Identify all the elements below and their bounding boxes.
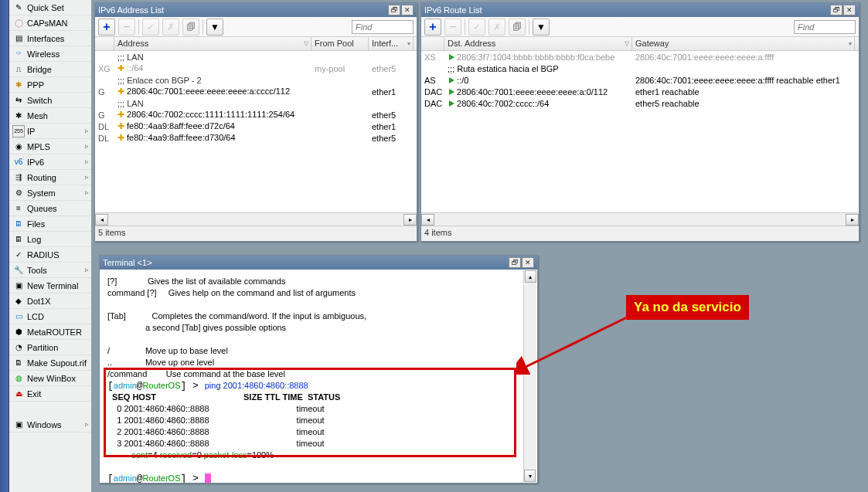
comment-button[interactable]: 🗐 — [182, 19, 199, 36]
table-row[interactable]: G✚ 2806:40c:7002:cccc:1111:1111:1111:254… — [95, 109, 417, 120]
window-close-button[interactable]: ✕ — [843, 5, 856, 15]
enable-button[interactable]: ✓ — [468, 19, 485, 36]
menu-windows[interactable]: ▣Windows▹ — [9, 417, 91, 433]
scroll-left-button[interactable]: ◂ — [95, 214, 108, 226]
menu-interfaces[interactable]: ▤Interfaces — [9, 31, 91, 46]
ipv6-address-window: IPv6 Address List 🗗 ✕ + − ✓ ✗ 🗐 ▼ Addres… — [94, 2, 417, 242]
menu-routing[interactable]: ⇶Routing▹ — [9, 170, 91, 185]
col-flags[interactable] — [421, 37, 444, 50]
menu-exit[interactable]: ⏏Exit — [9, 386, 91, 402]
scroll-up-button[interactable]: ▴ — [525, 270, 536, 283]
disable-button[interactable]: ✗ — [488, 19, 505, 36]
menu-system[interactable]: ⚙System▹ — [9, 185, 91, 201]
menu-ipv6[interactable]: v6IPv6▹ — [9, 154, 91, 170]
filter-button[interactable]: ▼ — [533, 19, 550, 36]
table-row[interactable]: G✚ 2806:40c:7001:eeee:eeee:eeee:a:cccc/1… — [95, 86, 417, 97]
col-gateway[interactable]: Gateway▾ — [632, 37, 855, 50]
menu-new-winbox[interactable]: ◍New WinBox — [9, 371, 91, 386]
table-row[interactable]: XG✚ ::/64my-poolether5 — [95, 63, 417, 74]
menu-supout[interactable]: 🗎Make Supout.rif — [9, 355, 91, 371]
menu-label: PPP — [27, 80, 44, 90]
menu-metarouter[interactable]: ⬢MetaROUTER — [9, 324, 91, 340]
status-bar: 4 items — [421, 226, 859, 239]
menu-ppp[interactable]: ✱PPP — [9, 77, 91, 93]
chevron-right-icon: ▹ — [85, 266, 89, 273]
menu-label: Files — [27, 219, 45, 229]
col-dst[interactable]: Dst. Address▽ — [444, 37, 632, 50]
vscrollbar[interactable]: ▴ ▾ — [523, 270, 536, 482]
menu-bridge[interactable]: ⎍Bridge — [9, 62, 91, 77]
col-frompool[interactable]: From Pool — [311, 37, 369, 50]
add-button[interactable]: + — [424, 19, 441, 36]
menu-switch[interactable]: ⇆Switch — [9, 93, 91, 108]
col-interface[interactable]: Interf...▾ — [369, 37, 414, 50]
log-icon: 🗏 — [12, 233, 25, 246]
menu-new-terminal[interactable]: ▣New Terminal — [9, 278, 91, 294]
col-address[interactable]: Address▽ — [114, 37, 311, 50]
scroll-down-button[interactable]: ▾ — [524, 470, 536, 482]
window-close-button[interactable]: ✕ — [522, 257, 534, 268]
table-row[interactable]: XS 2806:3f7:1004:bbbb:bbbb:bbbb:f0ca:beb… — [421, 51, 859, 63]
table-row[interactable]: DAC 2806:40c:7002:cccc::/64ether5 reacha… — [421, 97, 859, 109]
window-restore-button[interactable]: 🗗 — [830, 5, 842, 15]
menu-tools[interactable]: 🔧Tools▹ — [9, 263, 91, 278]
find-input[interactable] — [794, 20, 856, 34]
sidebar: ✎Quick Set ◯CAPsMAN ▤Interfaces ⌔Wireles… — [0, 0, 92, 492]
queues-icon: ≡ — [12, 202, 25, 215]
table-row[interactable]: ;;; LAN — [95, 51, 417, 63]
menu-quickset[interactable]: ✎Quick Set — [9, 0, 91, 15]
menu-dot1x[interactable]: ◆Dot1X — [9, 294, 91, 309]
menu-files[interactable]: 🗎Files — [9, 216, 91, 232]
menu-ip[interactable]: 255IP▹ — [9, 124, 91, 139]
remove-button[interactable]: − — [118, 19, 135, 36]
scroll-right-button[interactable]: ▸ — [846, 214, 859, 226]
disable-button[interactable]: ✗ — [162, 19, 179, 36]
annotation-callout: Ya no da servicio — [626, 295, 749, 320]
col-flags[interactable] — [95, 37, 114, 50]
menu-mesh[interactable]: ✱Mesh — [9, 108, 91, 124]
window-restore-button[interactable]: 🗗 — [509, 257, 521, 268]
window-titlebar[interactable]: IPv6 Route List 🗗 ✕ — [421, 3, 859, 17]
menu-log[interactable]: 🗏Log — [9, 232, 91, 247]
bridge-icon: ⎍ — [12, 63, 25, 76]
add-button[interactable]: + — [98, 19, 115, 36]
scroll-left-button[interactable]: ◂ — [421, 214, 434, 226]
comment-button[interactable]: 🗐 — [509, 19, 526, 36]
menu-label: Switch — [27, 96, 52, 105]
table-row[interactable]: AS ::/02806:40c:7001:eeee:eeee:eeee:a:ff… — [421, 74, 859, 86]
hscrollbar[interactable]: ◂▸ — [421, 212, 859, 226]
stat-value: =4 — [148, 450, 160, 460]
table-row[interactable]: DAC 2806:40c:7001:eeee:eeee:eeee:a:0/112… — [421, 86, 859, 97]
table-row[interactable]: ;;; Enlace con BGP - 2 — [95, 74, 417, 86]
remove-button[interactable]: − — [444, 19, 461, 36]
window-close-button[interactable]: ✕ — [401, 5, 414, 15]
enable-button[interactable]: ✓ — [142, 19, 159, 36]
menu-mpls[interactable]: ◉MPLS▹ — [9, 139, 91, 154]
iface-cell: ether1 — [369, 87, 414, 97]
window-restore-button[interactable]: 🗗 — [388, 5, 400, 15]
window-titlebar[interactable]: Terminal <1> 🗗 ✕ — [100, 256, 537, 270]
terminal-output[interactable]: [?] Gives the list of available commands… — [100, 270, 537, 483]
chevron-right-icon: ▹ — [85, 127, 89, 134]
flags-cell: XS — [421, 52, 444, 63]
menu-label: Queues — [27, 204, 57, 213]
hscrollbar[interactable]: ◂▸ — [95, 212, 417, 226]
help-line: [?] Gives the list of available commands — [107, 277, 285, 286]
menu-capsman[interactable]: ◯CAPsMAN — [9, 15, 91, 31]
menu-lcd[interactable]: ▭LCD — [9, 309, 91, 324]
menu-wireless[interactable]: ⌔Wireless — [9, 46, 91, 62]
scroll-right-button[interactable]: ▸ — [403, 214, 417, 226]
filter-button[interactable]: ▼ — [206, 19, 223, 36]
menu-radius[interactable]: ✓RADIUS — [9, 247, 91, 263]
table-row[interactable]: ;;; LAN — [95, 97, 417, 109]
table-row[interactable]: DL✚ fe80::4aa9:8aff:feee:d72c/64ether1 — [95, 120, 417, 132]
svg-line-0 — [523, 317, 628, 368]
table-row[interactable]: ;;; Ruta estatica hacia el BGP — [421, 63, 859, 74]
exit-icon: ⏏ — [12, 388, 25, 400]
menu-partition[interactable]: ◔Partition — [9, 340, 91, 355]
menu-queues[interactable]: ≡Queues — [9, 201, 91, 216]
window-titlebar[interactable]: IPv6 Address List 🗗 ✕ — [95, 3, 417, 17]
find-input[interactable] — [352, 20, 414, 34]
table-row[interactable]: DL✚ fe80::4aa9:8aff:feee:d730/64ether5 — [95, 132, 417, 144]
address-table: Address▽ From Pool Interf...▾ ;;; LANXG✚… — [95, 37, 417, 212]
